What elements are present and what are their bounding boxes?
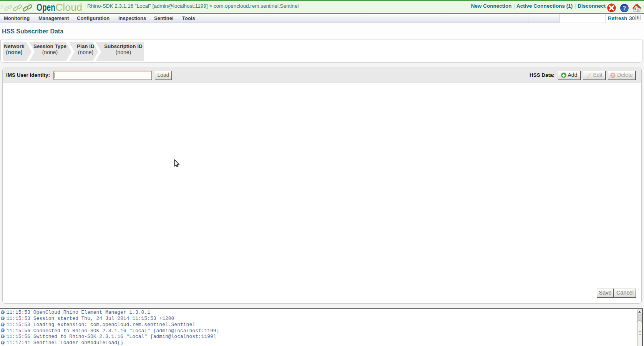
svg-text:(none): (none) [116,49,131,55]
svg-text:Open: Open [37,2,55,13]
svg-text:Plan ID: Plan ID [77,43,95,49]
svg-text:Network: Network [4,43,25,49]
svg-text:(none): (none) [6,49,23,55]
svg-text:Subscription ID: Subscription ID [104,43,143,49]
svg-text:(none): (none) [42,49,58,55]
svg-text:(none): (none) [78,49,93,55]
svg-text:Session Type: Session Type [33,43,67,49]
svg-text:?: ? [623,5,626,12]
svg-text:Cloud: Cloud [55,2,82,13]
